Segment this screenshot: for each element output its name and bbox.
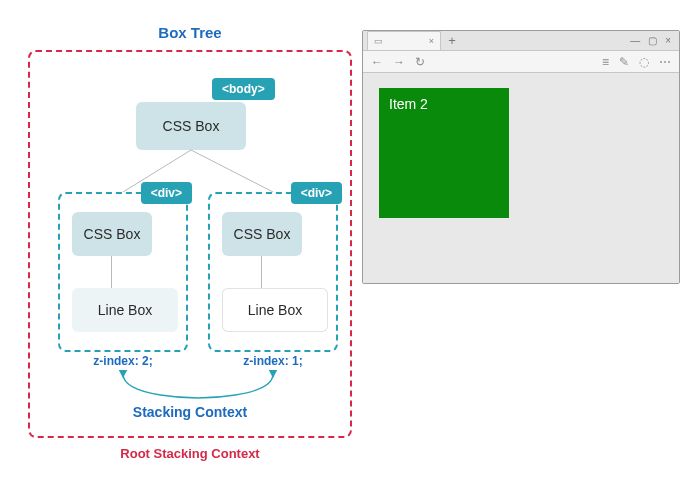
browser-tab[interactable]: ▭ × — [367, 31, 441, 50]
close-tab-icon[interactable]: × — [429, 37, 434, 46]
stacking-context-arrows — [70, 368, 326, 408]
stacking-context-right: <div> CSS Box Line Box — [208, 192, 338, 352]
browser-toolbar: ← → ↻ ≡ ✎ ◌ ⋯ — [363, 51, 679, 73]
z-index-label-left: z-index: 2; — [58, 354, 188, 368]
root-stacking-context-label: Root Stacking Context — [28, 446, 352, 461]
box-tree-title: Box Tree — [28, 24, 352, 41]
forward-icon[interactable]: → — [393, 56, 405, 68]
more-icon[interactable]: ⋯ — [659, 56, 671, 68]
window-maximize-icon[interactable]: ▢ — [648, 36, 657, 46]
browser-tabbar: ▭ × + — ▢ × — [363, 31, 679, 51]
right-css-box: CSS Box — [222, 212, 302, 256]
browser-window: ▭ × + — ▢ × ← → ↻ ≡ ✎ ◌ ⋯ Item 2 — [362, 30, 680, 284]
tab-favicon-icon: ▭ — [374, 37, 383, 46]
stacking-context-label: Stacking Context — [30, 404, 350, 420]
edit-icon[interactable]: ✎ — [619, 56, 629, 68]
left-css-box: CSS Box — [72, 212, 152, 256]
stacking-context-left: <div> CSS Box Line Box — [58, 192, 188, 352]
right-line-box: Line Box — [222, 288, 328, 332]
new-tab-button[interactable]: + — [443, 33, 461, 48]
root-stacking-context-frame: CSS Box <body> <div> CSS Box Line Box <d… — [28, 50, 352, 438]
window-minimize-icon[interactable]: — — [630, 36, 640, 46]
connector — [261, 256, 262, 288]
back-icon[interactable]: ← — [371, 56, 383, 68]
browser-viewport: Item 2 — [363, 74, 679, 283]
left-line-box: Line Box — [72, 288, 178, 332]
box-tree-diagram: Box Tree CSS Box <body> <div> CSS Box Li… — [28, 50, 352, 480]
loading-icon: ◌ — [639, 56, 649, 68]
tag-chip-div-left: <div> — [141, 182, 192, 204]
tag-chip-div-right: <div> — [291, 182, 342, 204]
z-index-label-right: z-index: 1; — [208, 354, 338, 368]
menu-icon[interactable]: ≡ — [602, 56, 609, 68]
svg-line-1 — [191, 150, 273, 192]
item-2-box: Item 2 — [379, 88, 509, 218]
connector — [111, 256, 112, 288]
reload-icon[interactable]: ↻ — [415, 56, 425, 68]
window-close-icon[interactable]: × — [665, 36, 671, 46]
